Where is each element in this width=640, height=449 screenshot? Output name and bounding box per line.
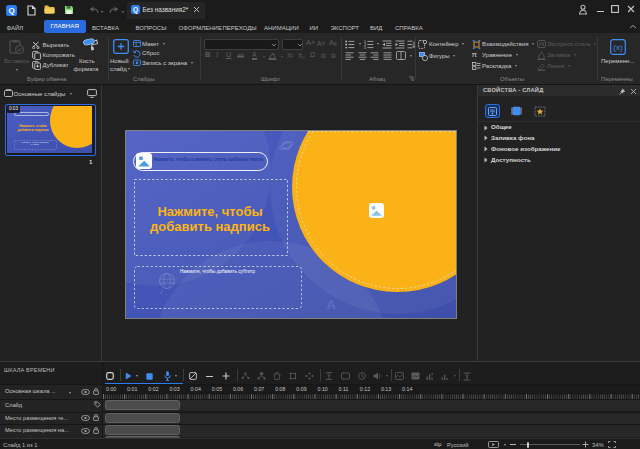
svg-text:Q: Q [133,6,138,14]
svg-text:Q: Q [8,6,14,15]
svg-text:(x): (x) [613,43,623,52]
svg-text:3: 3 [364,46,366,49]
